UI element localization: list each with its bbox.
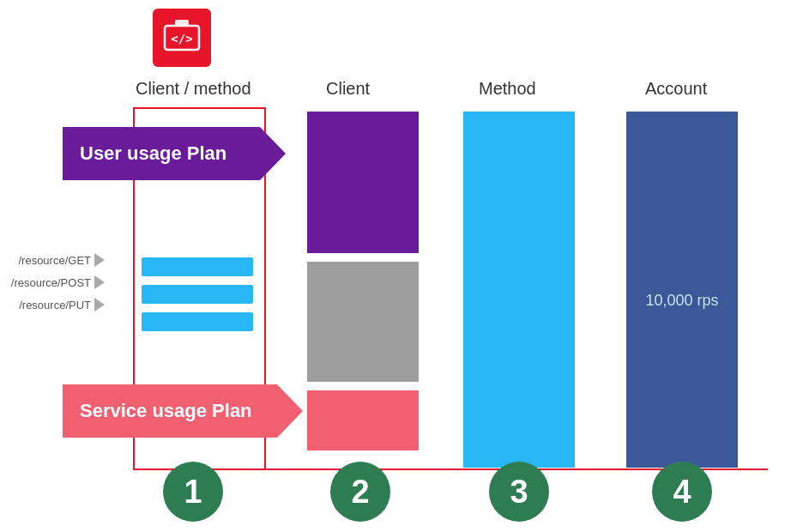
number-circle-3: 3: [489, 462, 549, 522]
col-header-account: Account: [645, 79, 707, 99]
col-header-client: Client: [326, 79, 370, 99]
user-plan-label: User usage Plan: [63, 127, 286, 180]
resource-row-get: /resource/GET: [0, 253, 106, 267]
number-circle-4: 4: [652, 462, 712, 522]
number-circle-1: 1: [163, 462, 223, 522]
user-plan-arrow: User usage Plan: [63, 127, 286, 180]
client-purple-block: [307, 112, 419, 253]
resource-row-post: /resource/POST: [0, 275, 106, 289]
rps-label: 10,000 rps: [626, 292, 738, 310]
resource-rows: /resource/GET /resource/POST /resource/P…: [0, 253, 106, 320]
resource-put-label: /resource/PUT: [0, 299, 94, 311]
client-red-block: [307, 390, 419, 450]
inner-bar-3: [142, 312, 253, 331]
service-plan-arrow: Service usage Plan: [63, 384, 303, 438]
service-plan-label: Service usage Plan: [63, 384, 303, 438]
account-blue-bar: [626, 112, 738, 468]
resource-get-label: /resource/GET: [0, 254, 94, 267]
resource-post-label: /resource/POST: [0, 276, 94, 289]
svg-text:</>: </>: [171, 32, 192, 45]
number-circle-2: 2: [330, 462, 390, 522]
inner-bar-2: [142, 285, 253, 304]
api-icon: </>: [153, 9, 211, 67]
inner-resource-area: [142, 257, 253, 340]
resource-post-arrow: [94, 275, 105, 289]
col-header-method: Method: [479, 79, 536, 99]
method-cyan-bar: [463, 112, 575, 468]
resource-put-arrow: [94, 298, 105, 311]
client-gray-block: [307, 262, 419, 382]
resource-get-arrow: [94, 253, 105, 267]
col-header-client-method: Client / method: [136, 79, 251, 99]
diagram-container: </> Client / method Client Method Accoun…: [0, 0, 803, 532]
resource-row-put: /resource/PUT: [0, 298, 106, 311]
inner-bar-1: [142, 257, 253, 276]
svg-rect-2: [175, 20, 189, 26]
